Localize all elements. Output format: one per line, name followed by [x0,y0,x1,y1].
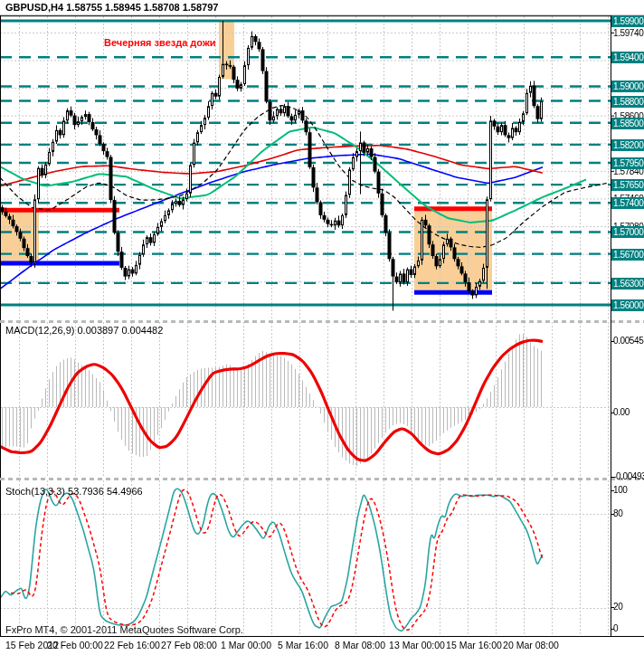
platform-copyright: FxPro MT4, © 2001-2011 MetaQuotes Softwa… [5,624,243,635]
pattern-annotation-text: Вечерняя звезда дожи [104,37,216,48]
price-label-highlighted: 1.59000 [611,81,644,92]
time-label: 15 Mar 16:00 [446,640,502,650]
price-label-highlighted: 1.57400 [611,197,644,209]
macd-indicator-label: MACD(12,26,9) 0.003897 0.004482 [5,325,163,336]
price-label-highlighted: 1.59400 [611,52,644,63]
price-label-highlighted: 1.56700 [611,249,644,261]
time-label: 8 Mar 08:00 [335,640,385,650]
stoch-scale-label: 20 [613,602,622,612]
chart-title: GBPUSD,H4 1.58755 1.58945 1.58708 1.5879… [5,2,218,13]
price-label-highlighted: 1.57650 [611,179,644,191]
time-label: 22 Feb 16:00 [104,640,160,650]
price-label-highlighted: 1.57000 [611,226,644,238]
stoch-scale-label: 100 [613,485,628,495]
price-label-highlighted: 1.58200 [611,139,644,151]
price-label-highlighted: 1.56300 [611,278,644,290]
price-label-highlighted: 1.58800 [611,96,644,108]
time-label: 27 Feb 08:00 [161,640,217,650]
stoch-scale-label: 0 [613,623,618,633]
time-label: 20 Mar 08:00 [503,640,559,650]
price-label-highlighted: 1.58500 [611,118,644,129]
price-label-highlighted: 1.59900 [611,15,644,27]
stoch-indicator-label: Stoch(13,3,3) 53.7936 54.4966 [5,486,143,497]
macd-scale-label: -0.00493 [613,471,644,481]
time-label: 1 Mar 00:00 [221,640,271,650]
price-label-highlighted: 1.57950 [611,157,644,169]
stoch-scale-label: 80 [613,508,622,518]
time-label: 20 Feb 00:00 [47,640,103,650]
macd-scale-label: 0.00545 [613,336,643,346]
macd-scale-label: 0.00 [613,407,630,417]
time-label: 5 Mar 16:00 [278,640,328,650]
time-label: 13 Mar 00:00 [389,640,445,650]
mt4-chart-window: { "copyright": "FxPro MT4, © 2001-2011 M… [0,0,644,655]
price-label: 1.59740 [613,27,643,39]
price-label-highlighted: 1.56000 [611,299,644,311]
